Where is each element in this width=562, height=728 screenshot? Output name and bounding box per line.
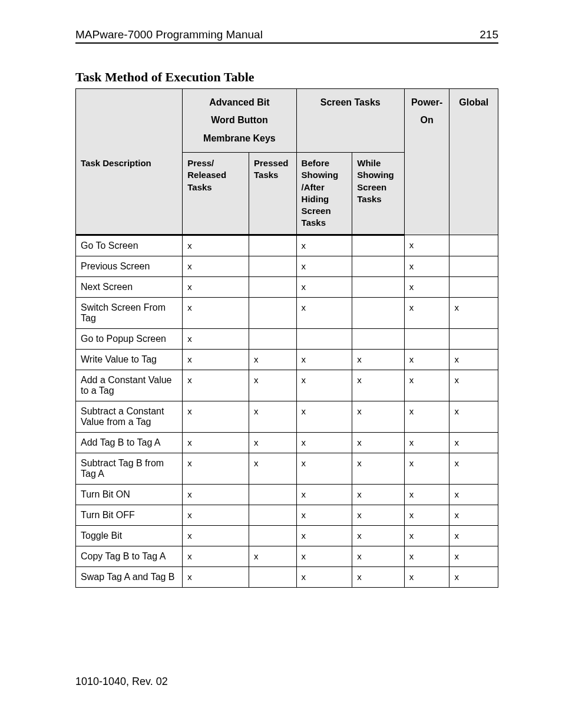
task-description-cell: Add a Constant Value to a Tag [76, 370, 183, 401]
mark-cell: x [352, 349, 405, 370]
table-row: Switch Screen From Tagxxxx [76, 297, 498, 328]
task-description-cell: Next Screen [76, 276, 183, 297]
col-global: Global [449, 89, 498, 235]
mark-cell: x [404, 349, 449, 370]
task-description-cell: Subtract a Constant Value from a Tag [76, 401, 183, 432]
mark-cell: x [183, 484, 249, 505]
task-description-cell: Turn Bit ON [76, 484, 183, 505]
mark-cell: x [296, 525, 352, 546]
mark-cell: x [404, 546, 449, 566]
col-task-description: Task Description [76, 153, 183, 235]
table-row: Go to Popup Screenx [76, 328, 498, 349]
mark-cell: x [404, 235, 449, 256]
mark-cell: x [183, 432, 249, 453]
mark-cell: x [404, 484, 449, 505]
mark-cell: x [404, 566, 449, 587]
mark-cell: x [249, 370, 297, 401]
mark-cell: x [404, 505, 449, 525]
task-description-cell: Go to Popup Screen [76, 328, 183, 349]
table-row: Add Tag B to Tag Axxxxxx [76, 432, 498, 453]
mark-cell: x [296, 484, 352, 505]
mark-cell [352, 235, 405, 256]
mark-cell [249, 256, 297, 276]
col-press-released-tasks: Press/ Released Tasks [183, 153, 249, 235]
mark-cell: x [296, 370, 352, 401]
mark-cell: x [449, 297, 498, 328]
task-description-cell: Turn Bit OFF [76, 505, 183, 525]
mark-cell: x [352, 370, 405, 401]
task-description-cell: Toggle Bit [76, 525, 183, 546]
mark-cell: x [296, 297, 352, 328]
col-while-showing-tasks: While Showing Screen Tasks [352, 153, 405, 235]
table-row: Subtract Tag B from Tag Axxxxxx [76, 453, 498, 484]
table-row: Go To Screenxxx [76, 235, 498, 256]
table-row: Next Screenxxx [76, 276, 498, 297]
mark-cell: x [352, 401, 405, 432]
colgroup-screen-tasks: Screen Tasks [296, 89, 404, 153]
mark-cell: x [404, 276, 449, 297]
col-before-after-tasks: Before Showing /After Hiding Screen Task… [296, 153, 352, 235]
mark-cell: x [183, 235, 249, 256]
mark-cell [249, 505, 297, 525]
mark-cell: x [404, 401, 449, 432]
page-content: MAPware-7000 Programming Manual 215 Task… [0, 0, 562, 588]
table-row: Copy Tag B to Tag Axxxxxx [76, 546, 498, 566]
mark-cell [449, 276, 498, 297]
mark-cell: x [183, 328, 249, 349]
mark-cell [249, 566, 297, 587]
mark-cell: x [183, 546, 249, 566]
mark-cell: x [449, 453, 498, 484]
mark-cell: x [404, 525, 449, 546]
mark-cell: x [352, 525, 405, 546]
mark-cell: x [249, 453, 297, 484]
mark-cell: x [352, 546, 405, 566]
mark-cell: x [404, 453, 449, 484]
mark-cell: x [183, 276, 249, 297]
mark-cell: x [296, 566, 352, 587]
mark-cell: x [296, 235, 352, 256]
table-row: Turn Bit ONxxxxx [76, 484, 498, 505]
task-description-cell: Swap Tag A and Tag B [76, 566, 183, 587]
mark-cell: x [296, 505, 352, 525]
mark-cell [249, 525, 297, 546]
running-header: MAPware-7000 Programming Manual 215 [75, 28, 498, 44]
mark-cell: x [404, 256, 449, 276]
mark-cell [449, 328, 498, 349]
mark-cell: x [296, 546, 352, 566]
mark-cell: x [404, 432, 449, 453]
mark-cell [249, 328, 297, 349]
mark-cell: x [449, 546, 498, 566]
mark-cell: x [449, 370, 498, 401]
table-body: Go To ScreenxxxPrevious ScreenxxxNext Sc… [76, 235, 498, 587]
table-row: Turn Bit OFFxxxxx [76, 505, 498, 525]
mark-cell: x [352, 453, 405, 484]
mark-cell: x [296, 432, 352, 453]
col-task-description-top [76, 89, 183, 153]
mark-cell: x [352, 566, 405, 587]
mark-cell: x [449, 484, 498, 505]
col-power-on: Power-On [404, 89, 449, 235]
mark-cell [449, 235, 498, 256]
mark-cell: x [183, 401, 249, 432]
task-description-cell: Subtract Tag B from Tag A [76, 453, 183, 484]
mark-cell: x [296, 401, 352, 432]
task-description-cell: Add Tag B to Tag A [76, 432, 183, 453]
mark-cell: x [449, 349, 498, 370]
mark-cell: x [296, 276, 352, 297]
doc-title: MAPware-7000 Programming Manual [75, 28, 263, 41]
mark-cell [296, 328, 352, 349]
mark-cell: x [249, 432, 297, 453]
mark-cell [249, 484, 297, 505]
task-description-cell: Write Value to Tag [76, 349, 183, 370]
mark-cell: x [183, 453, 249, 484]
table-row: Swap Tag A and Tag Bxxxxx [76, 566, 498, 587]
mark-cell: x [449, 525, 498, 546]
table-row: Add a Constant Value to a Tagxxxxxx [76, 370, 498, 401]
mark-cell: x [296, 453, 352, 484]
mark-cell [352, 297, 405, 328]
mark-cell: x [352, 484, 405, 505]
table-row: Toggle Bitxxxxx [76, 525, 498, 546]
mark-cell: x [404, 297, 449, 328]
mark-cell [404, 328, 449, 349]
mark-cell [352, 328, 405, 349]
